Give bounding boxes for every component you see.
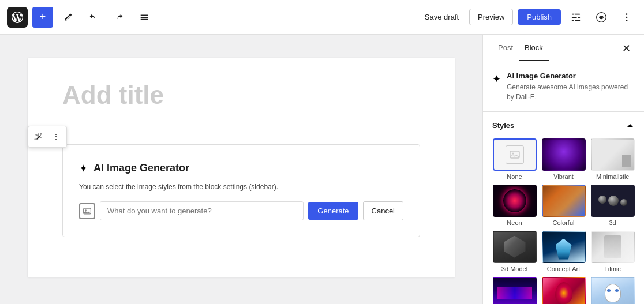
pen-icon [63,12,73,22]
svg-point-4 [576,16,578,18]
plugin-name: Ai Image Generator [507,72,635,80]
pen-tool-button[interactable] [58,7,78,28]
svg-rect-2 [572,20,580,21]
undo-button[interactable] [83,7,104,28]
svg-rect-13 [510,151,519,158]
editor-area: Add title ⋮ ✦ AI Image Generator You can… [0,35,482,304]
svg-point-14 [512,152,514,154]
ai-icon [596,12,607,23]
style-thumb-neon [493,185,537,217]
tab-post[interactable]: Post [492,35,519,61]
style-thumb-3d [591,185,635,217]
settings-icon [571,12,581,22]
preview-button[interactable]: Preview [469,9,513,25]
image-icon [83,207,92,216]
sidebar: Post Block ✕ ✦ Ai Image Generator Genera… [482,35,644,304]
styles-header: Styles [492,121,635,130]
style-thumb-psychedelic [542,277,586,304]
ai-block-description: You can select the image styles from the… [79,183,403,191]
ai-block-header: ✦ AI Image Generator [79,161,403,175]
redo-button[interactable] [108,7,129,28]
sidebar-close-button[interactable]: ✕ [617,40,635,57]
style-label-minimalistic: Minimalistic [596,173,629,180]
collapse-icon[interactable] [626,121,635,130]
style-item-concept[interactable]: Concept Art [541,231,586,272]
styles-grid: None Vibrant Minimalistic [492,138,635,304]
ai-input-row: Generate Cancel [79,201,403,220]
none-icon [506,145,524,164]
style-label-vibrant: Vibrant [553,173,574,180]
style-label-neon: Neon [507,219,522,226]
style-thumb-3dmodel [493,231,537,263]
block-magic-button[interactable] [31,129,47,145]
list-view-button[interactable] [134,7,155,28]
style-thumb-retrowave [493,277,537,304]
style-thumb-colorful [542,185,586,217]
style-label-concept: Concept Art [547,265,580,272]
ai-assistant-button[interactable] [591,7,612,28]
style-item-minimalistic[interactable]: Minimalistic [590,138,635,180]
style-item-psychedelic[interactable]: Psychedelic [541,277,586,304]
style-item-3dmodel[interactable]: 3d Model [492,231,537,272]
svg-point-10 [626,20,628,21]
style-label-3dmodel: 3d Model [501,265,527,272]
wp-logo [7,7,28,28]
generate-button[interactable]: Generate [308,202,358,220]
list-icon [139,12,149,22]
style-thumb-vibrant [542,138,586,171]
svg-point-3 [574,13,575,15]
styles-title: Styles [492,121,514,130]
style-thumb-minimalistic [591,138,635,171]
style-label-none: None [507,173,522,180]
style-label-colorful: Colorful [553,219,575,226]
redo-icon [114,12,124,22]
plugin-description: Generate awesome AI images powered by Da… [507,82,635,102]
style-item-neon[interactable]: Neon [492,185,537,226]
magic-wand-icon [34,132,43,141]
wp-logo-icon [11,11,24,24]
block-more-button[interactable]: ⋮ [48,129,64,145]
style-item-colorful[interactable]: Colorful [541,185,586,226]
svg-point-9 [626,16,628,18]
more-options-button[interactable] [616,7,637,28]
ai-block-icon: ✦ [79,162,88,175]
publish-button[interactable]: Publish [518,9,561,25]
styles-section: Styles [483,112,644,304]
svg-rect-1 [572,17,580,18]
plugin-info: ✦ Ai Image Generator Generate awesome AI… [483,62,644,112]
tab-block[interactable]: Block [519,35,549,61]
style-item-3d[interactable]: 3d [590,185,635,226]
settings-toggle-button[interactable] [566,7,586,28]
sidebar-header: Post Block ✕ [483,35,644,62]
style-item-filmic[interactable]: Filmic [590,231,635,272]
ai-prompt-input[interactable] [100,201,304,220]
ai-block-title: AI Image Generator [93,162,189,174]
svg-point-7 [600,16,602,18]
plugin-ai-icon: ✦ [492,73,501,85]
style-item-anime[interactable]: Anime [590,277,635,304]
editor-canvas: Add title ⋮ ✦ AI Image Generator You can… [28,58,455,277]
style-thumb-anime [591,277,635,304]
undo-icon [88,12,99,22]
3d-inner [598,196,627,206]
main-area: Add title ⋮ ✦ AI Image Generator You can… [0,35,644,304]
svg-point-12 [85,209,86,211]
svg-point-8 [626,13,628,15]
more-dots-icon [621,12,632,22]
svg-point-5 [574,20,575,21]
style-label-3d: 3d [609,219,616,226]
add-block-button[interactable]: + [32,7,53,28]
save-draft-button[interactable]: Save draft [419,9,465,25]
toolbar-right-actions: Save draft Preview Publish [419,7,637,28]
post-title-input[interactable]: Add title [62,81,420,110]
style-item-retrowave[interactable]: Retrowave [492,277,537,304]
style-item-vibrant[interactable]: Vibrant [541,138,586,180]
style-thumb-concept [542,231,586,263]
style-thumb-filmic [591,231,635,263]
main-toolbar: + Save draft Preview Publish [0,0,644,35]
plugin-info-text: Ai Image Generator Generate awesome AI i… [507,72,635,102]
style-label-filmic: Filmic [604,265,621,272]
neon-glow [503,189,526,212]
style-item-none[interactable]: None [492,138,537,180]
cancel-button[interactable]: Cancel [363,201,403,220]
